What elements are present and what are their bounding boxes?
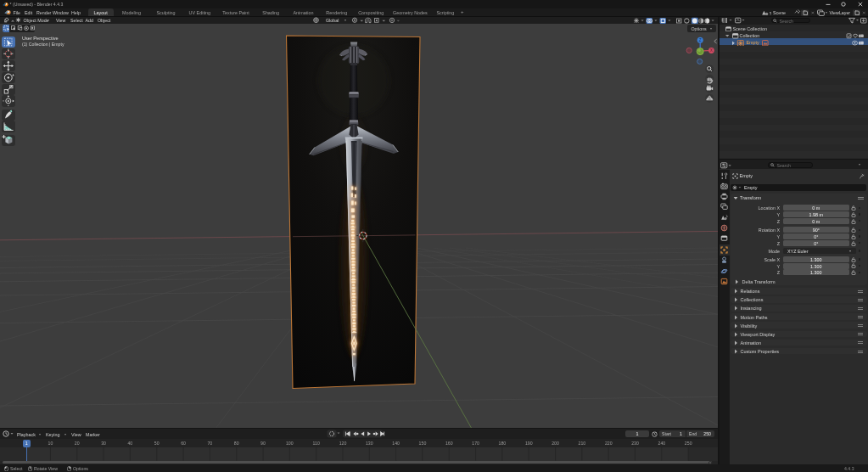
svg-text:Z: Z [699, 38, 702, 42]
svg-text:X: X [710, 48, 713, 53]
